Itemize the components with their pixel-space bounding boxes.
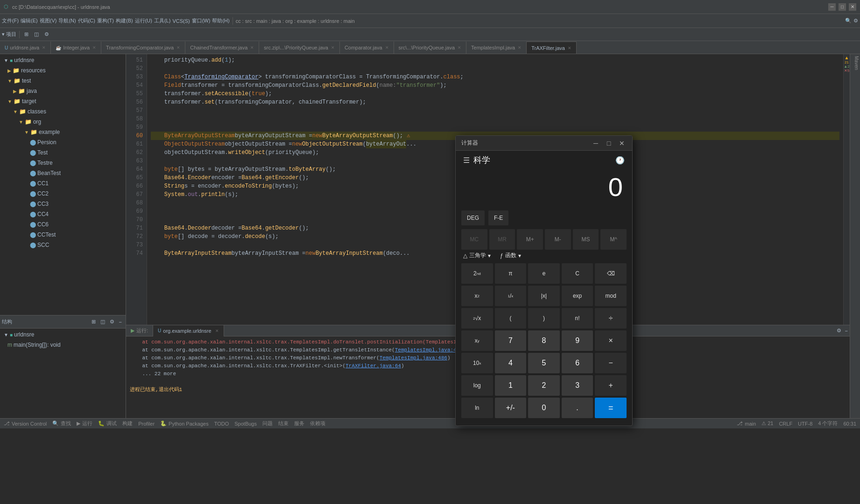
toolbar-refactor-menu[interactable]: 重构(T): [97, 17, 114, 24]
tab-close-templates[interactable]: ✕: [518, 45, 522, 50]
toolbar-settings[interactable]: ⚙: [853, 18, 858, 24]
struct-btn-3[interactable]: ⚙: [108, 318, 116, 326]
status-build[interactable]: 构建: [122, 420, 133, 427]
status-encoding[interactable]: UTF-8: [798, 421, 812, 427]
tab-close-pq2[interactable]: ✕: [458, 45, 461, 50]
toolbar-help-menu[interactable]: 帮助(H): [212, 17, 229, 24]
calc-subtract-button[interactable]: −: [595, 353, 627, 373]
calc-mod-button[interactable]: mod: [595, 286, 627, 306]
tree-item-example[interactable]: ▼ 📁 example: [0, 127, 126, 137]
calc-log-button[interactable]: log: [461, 375, 493, 396]
toolbar-search-btn[interactable]: 🔍: [845, 18, 852, 24]
calc-0-button[interactable]: 0: [528, 398, 560, 418]
calc-8-button[interactable]: 8: [528, 330, 560, 351]
tree-item-cc3[interactable]: ⬤ CC3: [0, 199, 126, 209]
link-trax64[interactable]: TrAXFilter.java:64: [345, 363, 401, 369]
calc-7-button[interactable]: 7: [495, 330, 527, 351]
tree-item-cc1[interactable]: ⬤ CC1: [0, 178, 126, 189]
tree-item-classes[interactable]: ▼ 📁 classes: [0, 106, 126, 117]
tree-item-cc6[interactable]: ⬤ CC6: [0, 219, 126, 230]
toolbar-vcs-menu[interactable]: VCS(S): [172, 18, 190, 24]
tab-traxfilter[interactable]: TrAXFilter.java ✕: [527, 42, 577, 54]
tab-priorityqueue[interactable]: src.zip\...\PriorityQueue.java ✕: [259, 42, 340, 54]
calc-2nd-button[interactable]: 2nd: [461, 263, 493, 284]
calc-10x-button[interactable]: 10x: [461, 353, 493, 373]
tree-item-persion[interactable]: ⬤ Persion: [0, 137, 126, 147]
tree-item-target[interactable]: ▼ 📁 target: [0, 96, 126, 106]
toolbar-edit-menu[interactable]: 编辑(E): [21, 17, 38, 24]
tab-close-chained[interactable]: ✕: [250, 45, 254, 50]
calc-9-button[interactable]: 9: [562, 330, 593, 351]
tree-item-cc2[interactable]: ⬤ CC2: [0, 189, 126, 199]
tab-integer[interactable]: ☕ Integer.java ✕: [51, 42, 101, 54]
struct-btn-4[interactable]: −: [117, 318, 124, 326]
calc-equals-button[interactable]: =: [595, 398, 627, 418]
tab-pq2[interactable]: src\...\PriorityQueue.java ✕: [394, 42, 466, 54]
toolbar-code-menu[interactable]: 代码(C): [78, 17, 95, 24]
struct-item-urldnsre[interactable]: ▼ ■ urldnsre: [0, 329, 126, 340]
link-templates456[interactable]: TemplatesImpl.java:456: [395, 347, 463, 353]
tab-comparator[interactable]: Comparator.java ✕: [340, 42, 394, 54]
calc-decimal-button[interactable]: .: [562, 398, 593, 418]
icon-btn-2[interactable]: ◫: [32, 30, 41, 38]
calc-multiply-button[interactable]: ×: [595, 330, 627, 351]
tab-transforming[interactable]: TransformingComparator.java ✕: [101, 42, 185, 54]
tree-item-cc4[interactable]: ⬤ CC4: [0, 209, 126, 219]
calc-c-button[interactable]: C: [562, 263, 593, 284]
calc-abs-button[interactable]: |x|: [528, 286, 560, 306]
calc-backspace-button[interactable]: ⌫: [595, 263, 627, 284]
tab-templates[interactable]: TemplatesImpl.java ✕: [466, 42, 527, 54]
calc-lparen-button[interactable]: (: [495, 308, 527, 329]
status-run[interactable]: ▶ 运行: [77, 420, 92, 427]
calc-recip-button[interactable]: 1/x: [495, 286, 527, 306]
tab-close-trax[interactable]: ✕: [568, 46, 571, 50]
tab-close-urldnsre[interactable]: ✕: [42, 45, 46, 50]
status-deps[interactable]: 依赖项: [310, 420, 325, 427]
calc-fe-button[interactable]: F-E: [488, 210, 508, 225]
calc-6-button[interactable]: 6: [562, 353, 593, 373]
struct-btn-2[interactable]: ◫: [99, 318, 107, 326]
calc-e-button[interactable]: e: [528, 263, 560, 284]
tree-item-test[interactable]: ▼ 📁 test: [0, 76, 126, 86]
tab-close-transforming[interactable]: ✕: [176, 45, 180, 50]
status-profiler[interactable]: Profiler: [138, 421, 155, 427]
calc-mplus-button[interactable]: M+: [517, 229, 543, 250]
status-services[interactable]: 服务: [294, 420, 304, 427]
calc-deg-button[interactable]: DEG: [461, 210, 485, 225]
bottom-tab-main[interactable]: U org.example.urldnsre ✕: [153, 325, 224, 336]
link-templates486[interactable]: TemplatesImpl.java:486: [380, 355, 447, 361]
tab-close-pq[interactable]: ✕: [331, 45, 335, 50]
bottom-tab-run-label[interactable]: ▶ 运行:: [126, 325, 153, 336]
status-find[interactable]: 🔍 查找: [52, 420, 71, 427]
calc-ln-button[interactable]: ln: [461, 398, 493, 418]
status-end[interactable]: 结束: [278, 420, 289, 427]
restore-button[interactable]: □: [839, 3, 846, 11]
calc-mr-button[interactable]: MR: [489, 229, 515, 250]
calc-exp-button[interactable]: exp: [562, 286, 593, 306]
tab-chained[interactable]: ChainedTransformer.java ✕: [185, 42, 259, 54]
vert-tab-maven[interactable]: Maven: [850, 54, 860, 72]
calc-4-button[interactable]: 4: [495, 353, 527, 373]
status-python-packages[interactable]: 🐍 Python Packages: [160, 420, 209, 427]
toolbar-nav-menu[interactable]: 导航(N): [58, 17, 76, 24]
calc-mc-button[interactable]: MC: [461, 229, 487, 250]
bottom-collapse-btn[interactable]: −: [843, 327, 850, 335]
bottom-settings-btn[interactable]: ⚙: [835, 327, 843, 335]
calc-plusminus-button[interactable]: +/-: [495, 398, 527, 418]
status-version-control[interactable]: ⎇ Version Control: [4, 420, 47, 427]
bottom-tab-close[interactable]: ✕: [215, 329, 219, 333]
calc-3-button[interactable]: 3: [562, 375, 593, 396]
tab-close-comparator[interactable]: ✕: [385, 45, 389, 50]
calc-xsq-button[interactable]: x2: [461, 286, 493, 306]
calc-2-button[interactable]: 2: [528, 375, 560, 396]
tree-item-resources[interactable]: ▶ 📁 resources: [0, 65, 126, 76]
status-git[interactable]: ⎇ main: [737, 420, 756, 427]
icon-btn-1[interactable]: ⊞: [22, 30, 30, 38]
tree-item-beantest[interactable]: ⬤ BeanTest: [0, 168, 126, 178]
status-warnings[interactable]: ⚠ 21: [761, 420, 773, 427]
calc-minimize-button[interactable]: ─: [591, 139, 600, 148]
calc-sqrt-button[interactable]: 2√x: [461, 308, 493, 329]
toolbar-run-menu[interactable]: 运行(U): [135, 17, 152, 24]
toolbar-file-menu[interactable]: 文件(F): [2, 17, 19, 24]
calc-ms-button[interactable]: MS: [573, 229, 599, 250]
